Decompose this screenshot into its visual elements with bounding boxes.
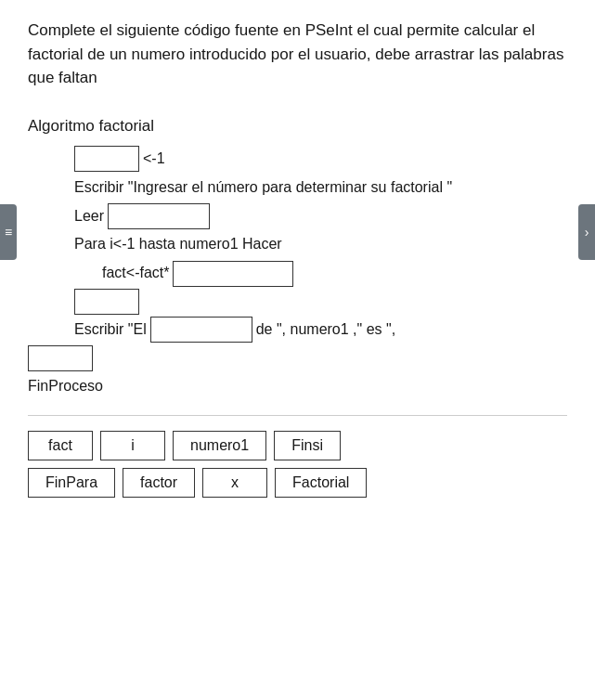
code-line-4: Para i<-1 hasta numero1 Hacer bbox=[28, 231, 567, 258]
code-text-4: Para i<-1 hasta numero1 Hacer bbox=[74, 231, 282, 258]
word-chip-x[interactable]: x bbox=[202, 468, 267, 498]
code-text-7a: Escribir "El bbox=[74, 317, 147, 344]
word-chip-numero1[interactable]: numero1 bbox=[173, 431, 266, 460]
blank-input-5[interactable] bbox=[173, 261, 293, 287]
code-text-9: FinProceso bbox=[28, 373, 103, 400]
page-container: ≡ › Complete el siguiente código fuente … bbox=[0, 0, 595, 700]
blank-input-7[interactable] bbox=[150, 317, 252, 343]
word-bank-row-2: FinPara factor x Factorial bbox=[28, 468, 567, 498]
left-nav-bar[interactable]: ≡ bbox=[0, 204, 17, 260]
code-line-8 bbox=[28, 345, 567, 371]
code-line-2: Escribir "Ingresar el número para determ… bbox=[28, 175, 567, 201]
word-chip-finpara[interactable]: FinPara bbox=[28, 468, 115, 498]
code-text-2: Escribir "Ingresar el número para determ… bbox=[74, 175, 452, 201]
code-line-6 bbox=[28, 289, 567, 315]
blank-input-8[interactable] bbox=[28, 345, 93, 371]
blank-input-3[interactable] bbox=[108, 203, 210, 229]
menu-icon: ≡ bbox=[5, 226, 12, 239]
blank-input-1[interactable] bbox=[74, 146, 139, 172]
description-text: Complete el siguiente código fuente en P… bbox=[28, 19, 567, 90]
code-text-3: Leer bbox=[74, 203, 104, 230]
algo-title: Algoritmo factorial bbox=[28, 112, 567, 141]
code-line-1: <-1 bbox=[28, 146, 567, 173]
code-line-5: fact<-fact* bbox=[28, 260, 567, 287]
word-chip-i[interactable]: i bbox=[100, 431, 165, 460]
word-chip-fact[interactable]: fact bbox=[28, 431, 93, 460]
blank-input-6[interactable] bbox=[74, 289, 139, 315]
code-text-1: <-1 bbox=[143, 146, 165, 173]
right-nav-bar[interactable]: › bbox=[578, 204, 595, 260]
code-line-7: Escribir "El de ", numero1 ," es ", bbox=[28, 317, 567, 344]
code-text-5: fact<-fact* bbox=[102, 260, 169, 287]
code-section: Algoritmo factorial <-1 Escribir "Ingres… bbox=[28, 112, 567, 400]
word-bank-row-1: fact i numero1 Finsi bbox=[28, 431, 567, 460]
code-text-7b: de ", numero1 ," es ", bbox=[256, 317, 395, 344]
word-chip-finsi[interactable]: Finsi bbox=[274, 431, 341, 460]
right-bar-icon: › bbox=[585, 225, 589, 240]
word-chip-factorial[interactable]: Factorial bbox=[275, 468, 367, 498]
code-line-3: Leer bbox=[28, 203, 567, 230]
divider bbox=[28, 415, 567, 416]
code-line-9: FinProceso bbox=[28, 373, 567, 400]
word-chip-factor[interactable]: factor bbox=[123, 468, 195, 498]
